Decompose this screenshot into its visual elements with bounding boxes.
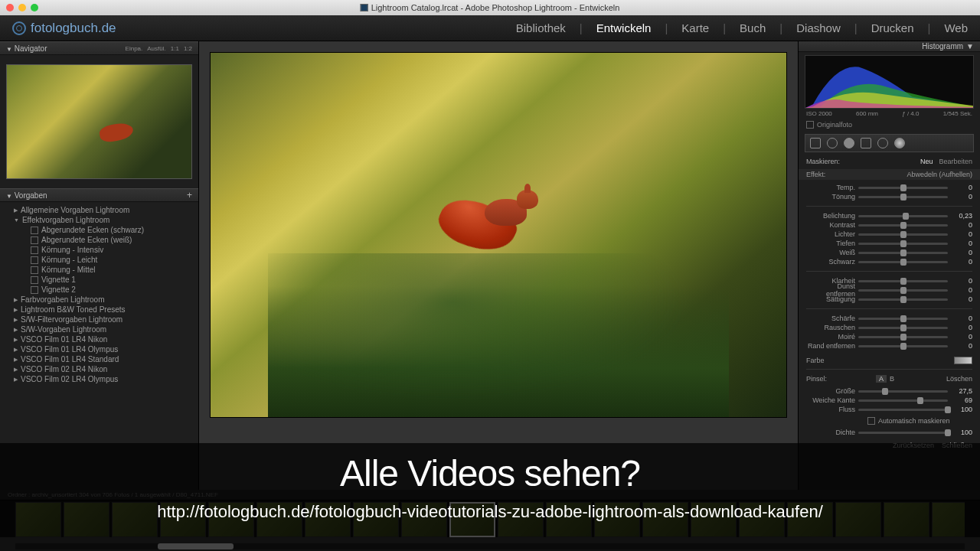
add-preset-button[interactable]: + [187, 190, 192, 201]
preset-folder[interactable]: VSCO Film 02 LR4 Nikon [0, 364, 198, 374]
preset-folder[interactable]: S/W-Filtervorgaben Lightroom [0, 315, 198, 324]
nav-fill[interactable]: Ausfül. [147, 45, 165, 52]
brush-erase[interactable]: Löschen [946, 375, 972, 383]
window-titlebar: Lightroom Catalog.lrcat - Adobe Photosho… [0, 0, 980, 15]
preset-item[interactable]: Vignette 2 [0, 285, 198, 295]
brush-tool[interactable] [894, 138, 905, 148]
module-karte[interactable]: Karte [681, 20, 709, 36]
preset-item[interactable]: Körnung - Leicht [0, 255, 198, 265]
mask-new[interactable]: Neu [920, 158, 933, 165]
module-buch[interactable]: Buch [740, 20, 766, 36]
brand-text: fotologbuch.de [31, 21, 116, 36]
original-checkbox[interactable]: Originalfoto [799, 119, 980, 131]
nav-fit[interactable]: Einpa. [126, 45, 143, 52]
preset-folder[interactable]: Lightroom B&W Toned Presets [0, 305, 198, 315]
preset-item[interactable]: Vignette 1 [0, 275, 198, 285]
tool-strip [805, 134, 974, 152]
slider-weichekante[interactable]: Weiche Kante69 [799, 396, 980, 405]
slider-temp[interactable]: Temp.0 [799, 183, 980, 192]
slider-tiefen[interactable]: Tiefen0 [799, 239, 980, 248]
slider-schwarz[interactable]: Schwarz0 [799, 257, 980, 266]
auto-mask-checkbox[interactable]: Automatisch maskieren [799, 416, 980, 426]
mask-edit[interactable]: Bearbeiten [939, 158, 972, 165]
graduated-tool[interactable] [861, 138, 871, 148]
slider-wei[interactable]: Weiß0 [799, 248, 980, 257]
lightroom-icon [361, 4, 368, 11]
overlay-headline: Alle Videos sehen? [23, 452, 957, 494]
histogram-meta: ISO 2000600 mmƒ / 4.01/545 Sek. [799, 109, 980, 119]
nav-11[interactable]: 1:1 [171, 45, 179, 52]
slider-schrfe[interactable]: Schärfe0 [799, 314, 980, 323]
preset-item[interactable]: Körnung - Intensiv [0, 245, 198, 255]
zoom-window-btn[interactable] [31, 4, 38, 11]
minimize-window-btn[interactable] [18, 4, 26, 11]
brand-icon [12, 21, 26, 35]
preset-folder[interactable]: VSCO Film 01 LR4 Nikon [0, 334, 198, 344]
brush-label: Pinsel: [806, 375, 827, 383]
close-window-btn[interactable] [6, 4, 14, 11]
preset-folder[interactable]: VSCO Film 01 LR4 Olympus [0, 344, 198, 354]
histogram[interactable] [805, 55, 974, 109]
preset-folder[interactable]: VSCO Film 02 LR4 Olympus [0, 374, 198, 384]
slider-sttigung[interactable]: Sättigung0 [799, 295, 980, 304]
preset-folder[interactable]: S/W-Vorgaben Lightroom [0, 324, 198, 334]
preset-folder[interactable]: Farbvorgaben Lightroom [0, 295, 198, 305]
module-drucken[interactable]: Drucken [871, 20, 914, 36]
radial-tool[interactable] [877, 138, 888, 148]
slider-dunstentfernen[interactable]: Dunst entfernen0 [799, 285, 980, 295]
window-title: Lightroom Catalog.lrcat - Adobe Photosho… [371, 3, 620, 12]
module-bibliothek[interactable]: Bibliothek [516, 20, 566, 36]
left-panel: ▼ Navigator Einpa. Ausfül. 1:1 1:2 ▼ Vor… [0, 41, 199, 490]
preset-folder[interactable]: Allgemeine Vorgaben Lightroom [0, 205, 198, 215]
slider-fluss[interactable]: Fluss100 [799, 405, 980, 414]
slider-lichter[interactable]: Lichter0 [799, 230, 980, 239]
top-bar: fotologbuch.de Bibliothek | Entwickeln |… [0, 15, 980, 41]
color-swatch[interactable] [954, 357, 972, 364]
color-label: Farbe [806, 357, 825, 364]
presets-header[interactable]: ▼ Vorgaben + [0, 188, 198, 202]
effect-label: Effekt: [806, 171, 825, 178]
preset-folder[interactable]: VSCO Film 01 LR4 Standard [0, 354, 198, 364]
slider-gre[interactable]: Größe27,5 [799, 386, 980, 396]
slider-randentfernen[interactable]: Rand entfernen0 [799, 341, 980, 350]
module-web[interactable]: Web [944, 20, 968, 36]
spot-tool[interactable] [827, 138, 838, 148]
histogram-header[interactable]: Histogramm▼ [799, 41, 980, 52]
preset-folder[interactable]: Effektvorgaben Lightroom [0, 215, 198, 225]
slider-rauschen[interactable]: Rauschen0 [799, 323, 980, 332]
preset-item[interactable]: Abgerundete Ecken (weiß) [0, 235, 198, 245]
preset-item[interactable]: Abgerundete Ecken (schwarz) [0, 225, 198, 235]
nav-12[interactable]: 1:2 [184, 45, 192, 52]
photo[interactable] [210, 52, 787, 418]
mask-label: Maskieren: [806, 158, 840, 165]
effect-dropdown[interactable]: Abwedeln (Aufhellen) [906, 171, 972, 178]
slider-moir[interactable]: Moiré0 [799, 332, 980, 341]
promo-overlay: Alle Videos sehen? http://fotologbuch.de… [0, 443, 980, 537]
navigator-thumbnail[interactable] [6, 64, 192, 179]
redeye-tool[interactable] [844, 138, 854, 148]
navigator-header[interactable]: ▼ Navigator Einpa. Ausfül. 1:1 1:2 [0, 41, 198, 55]
overlay-url: http://fotologbuch.de/fotologbuch-videot… [23, 502, 957, 522]
module-diashow[interactable]: Diashow [796, 20, 841, 36]
slider-tnung[interactable]: Tönung0 [799, 192, 980, 201]
loupe-view[interactable] [199, 41, 798, 490]
slider-belichtung[interactable]: Belichtung0,23 [799, 211, 980, 220]
brush-a[interactable]: A [876, 375, 887, 383]
module-picker: Bibliothek | Entwickeln | Karte | Buch |… [516, 20, 968, 36]
slider-dichte[interactable]: Dichte100 [799, 428, 980, 437]
right-panel: Histogramm▼ ISO 2000600 mmƒ / 4.01/545 S… [798, 41, 980, 490]
module-entwickeln[interactable]: Entwickeln [596, 20, 652, 36]
filmstrip-scrollbar[interactable] [15, 543, 965, 549]
crop-tool[interactable] [810, 138, 821, 148]
preset-item[interactable]: Körnung - Mittel [0, 265, 198, 275]
slider-kontrast[interactable]: Kontrast0 [799, 220, 980, 230]
identity-plate[interactable]: fotologbuch.de [12, 21, 116, 36]
brush-b[interactable]: B [887, 375, 897, 383]
